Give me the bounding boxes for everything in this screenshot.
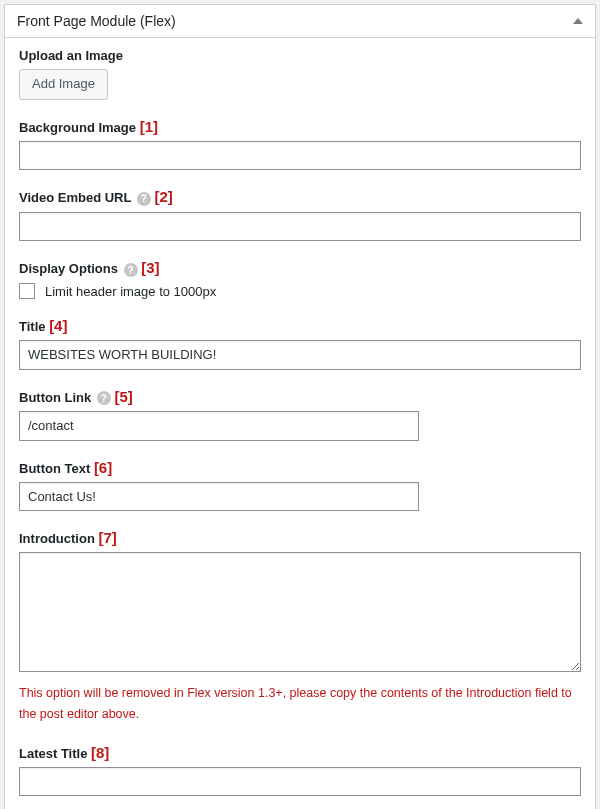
latest-title-input[interactable]	[19, 767, 581, 797]
button-text-label: Button Text [6]	[19, 459, 581, 476]
upload-image-field: Upload an Image Add Image	[19, 48, 581, 100]
help-icon[interactable]: ?	[124, 263, 138, 277]
annotation-2: [2]	[154, 188, 172, 205]
video-embed-label: Video Embed URL ? [2]	[19, 188, 581, 206]
background-image-input[interactable]	[19, 141, 581, 171]
background-image-label-text: Background Image	[19, 120, 136, 135]
introduction-warning: This option will be removed in Flex vers…	[19, 683, 581, 726]
help-icon[interactable]: ?	[137, 192, 151, 206]
title-field: Title [4]	[19, 317, 581, 370]
annotation-1: [1]	[140, 118, 158, 135]
display-options-label: Display Options ? [3]	[19, 259, 581, 277]
button-link-input[interactable]	[19, 411, 419, 441]
latest-title-label: Latest Title [8]	[19, 744, 581, 761]
button-text-label-text: Button Text	[19, 461, 90, 476]
panel-title: Front Page Module (Flex)	[17, 13, 176, 29]
panel-header[interactable]: Front Page Module (Flex)	[5, 5, 595, 38]
video-embed-field: Video Embed URL ? [2]	[19, 188, 581, 241]
annotation-6: [6]	[94, 459, 112, 476]
video-embed-label-text: Video Embed URL	[19, 190, 131, 205]
help-icon[interactable]: ?	[97, 391, 111, 405]
title-input[interactable]	[19, 340, 581, 370]
button-link-label: Button Link ? [5]	[19, 388, 581, 406]
introduction-field: Introduction [7] This option will be rem…	[19, 529, 581, 726]
limit-header-checkbox-row[interactable]: Limit header image to 1000px	[19, 283, 581, 299]
annotation-7: [7]	[98, 529, 116, 546]
front-page-module-panel: Front Page Module (Flex) Upload an Image…	[4, 4, 596, 809]
display-options-field: Display Options ? [3] Limit header image…	[19, 259, 581, 299]
annotation-5: [5]	[114, 388, 132, 405]
latest-title-field: Latest Title [8]	[19, 744, 581, 797]
background-image-label: Background Image [1]	[19, 118, 581, 135]
upload-image-label: Upload an Image	[19, 48, 581, 63]
button-link-field: Button Link ? [5]	[19, 388, 581, 441]
add-image-button[interactable]: Add Image	[19, 69, 108, 100]
introduction-label: Introduction [7]	[19, 529, 581, 546]
annotation-8: [8]	[91, 744, 109, 761]
display-options-label-text: Display Options	[19, 261, 118, 276]
background-image-field: Background Image [1]	[19, 118, 581, 171]
annotation-4: [4]	[49, 317, 67, 334]
button-text-field: Button Text [6]	[19, 459, 581, 512]
latest-title-label-text: Latest Title	[19, 746, 87, 761]
limit-header-checkbox[interactable]	[19, 283, 35, 299]
button-text-input[interactable]	[19, 482, 419, 512]
title-label: Title [4]	[19, 317, 581, 334]
collapse-icon[interactable]	[573, 18, 583, 24]
introduction-textarea[interactable]	[19, 552, 581, 672]
title-label-text: Title	[19, 319, 46, 334]
annotation-3: [3]	[141, 259, 159, 276]
button-link-label-text: Button Link	[19, 390, 91, 405]
video-embed-input[interactable]	[19, 212, 581, 242]
introduction-label-text: Introduction	[19, 531, 95, 546]
limit-header-checkbox-label: Limit header image to 1000px	[45, 284, 216, 299]
panel-body: Upload an Image Add Image Background Ima…	[5, 38, 595, 809]
